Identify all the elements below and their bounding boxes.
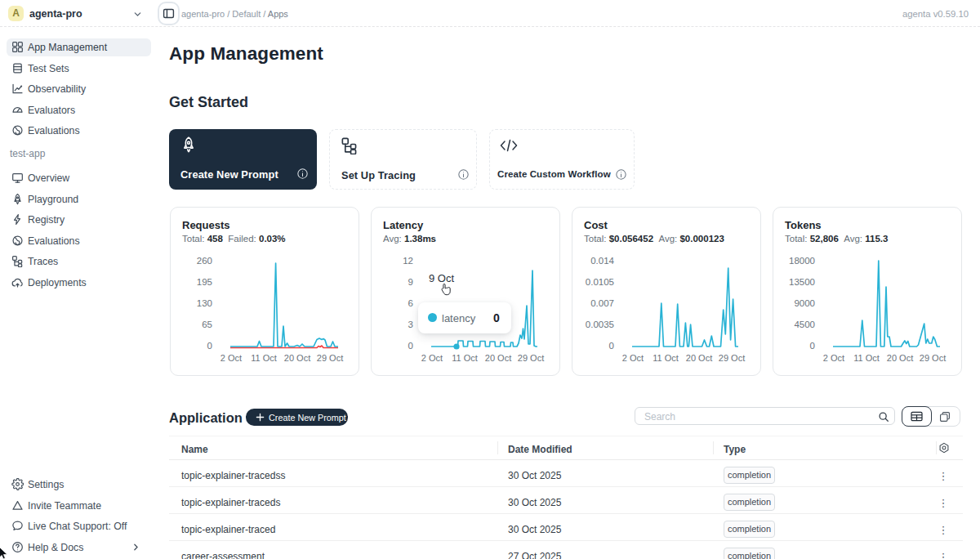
svg-text:29 Oct: 29 Oct [920, 353, 946, 363]
svg-text:4500: 4500 [794, 320, 815, 329]
svg-text:29 Oct: 29 Oct [719, 353, 745, 363]
svg-text:260: 260 [197, 256, 212, 266]
svg-text:2 Oct: 2 Oct [622, 353, 644, 363]
svg-text:12: 12 [403, 256, 413, 266]
svg-text:2 Oct: 2 Oct [823, 353, 844, 363]
svg-text:9: 9 [408, 277, 413, 287]
svg-text:0: 0 [609, 341, 614, 351]
svg-text:20 Oct: 20 Oct [485, 353, 511, 363]
svg-text:9000: 9000 [794, 298, 815, 308]
svg-text:195: 195 [197, 277, 212, 287]
svg-text:3: 3 [408, 320, 413, 329]
svg-text:0.014: 0.014 [590, 256, 614, 266]
svg-text:20 Oct: 20 Oct [284, 353, 310, 363]
svg-text:13500: 13500 [789, 277, 815, 287]
svg-text:11 Oct: 11 Oct [653, 353, 679, 363]
svg-text:20 Oct: 20 Oct [686, 353, 712, 363]
svg-text:65: 65 [202, 320, 212, 329]
svg-text:130: 130 [197, 298, 212, 308]
svg-text:0: 0 [207, 341, 212, 351]
svg-text:0.0105: 0.0105 [586, 277, 614, 287]
svg-text:2 Oct: 2 Oct [220, 353, 242, 363]
svg-text:11 Oct: 11 Oct [853, 353, 880, 363]
svg-text:0.0035: 0.0035 [586, 320, 614, 329]
svg-text:6: 6 [408, 298, 413, 308]
svg-text:18000: 18000 [789, 256, 815, 266]
svg-text:20 Oct: 20 Oct [887, 353, 913, 363]
svg-text:0: 0 [408, 341, 413, 351]
svg-text:0.007: 0.007 [590, 298, 614, 308]
svg-text:29 Oct: 29 Oct [317, 353, 343, 363]
svg-text:11 Oct: 11 Oct [452, 353, 478, 363]
svg-text:11 Oct: 11 Oct [251, 353, 277, 363]
svg-text:2 Oct: 2 Oct [421, 353, 443, 363]
svg-text:29 Oct: 29 Oct [518, 353, 544, 363]
svg-text:0: 0 [810, 341, 815, 351]
